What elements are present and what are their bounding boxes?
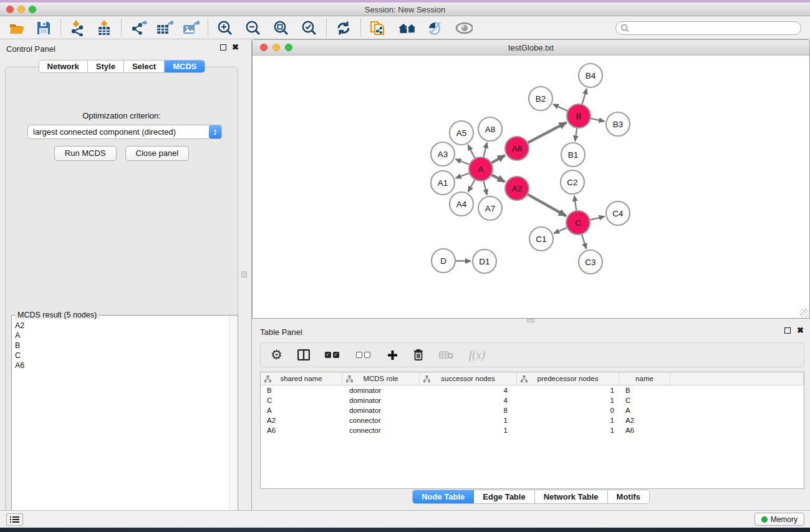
memory-button[interactable]: Memory bbox=[755, 513, 804, 526]
splitter-handle[interactable] bbox=[241, 271, 247, 278]
result-item[interactable]: C bbox=[15, 351, 238, 360]
column-header-successor-nodes[interactable]: successor nodes bbox=[420, 372, 517, 385]
close-panel-icon[interactable]: ✖ bbox=[232, 44, 239, 51]
vertical-splitter[interactable] bbox=[244, 39, 252, 510]
graph-node-B4[interactable]: B4 bbox=[579, 64, 602, 87]
zoom-fit-icon[interactable] bbox=[272, 19, 290, 37]
tab-mcds[interactable]: MCDS bbox=[165, 60, 205, 72]
tab-network-table[interactable]: Network Table bbox=[535, 490, 608, 503]
tab-select[interactable]: Select bbox=[124, 60, 165, 72]
search-field[interactable] bbox=[615, 21, 801, 35]
zoom-selected-icon[interactable] bbox=[301, 19, 318, 37]
result-item[interactable]: A bbox=[15, 331, 238, 341]
show-details-icon[interactable] bbox=[455, 19, 473, 37]
graph-edge-A-A7[interactable] bbox=[483, 180, 487, 195]
graph-node-D[interactable]: D bbox=[432, 249, 455, 273]
deselect-all-icon[interactable] bbox=[356, 347, 372, 363]
graph-edge-A-A4[interactable] bbox=[468, 178, 476, 192]
graph-edge-C-C2[interactable] bbox=[574, 196, 577, 212]
table-row[interactable]: Bdominator41B bbox=[261, 385, 804, 395]
export-image-icon[interactable] bbox=[182, 19, 200, 37]
tab-motifs[interactable]: Motifs bbox=[608, 490, 649, 503]
open-folder-icon[interactable] bbox=[9, 19, 26, 37]
result-scrollbar[interactable] bbox=[229, 316, 237, 525]
delete-icon[interactable] bbox=[413, 347, 424, 363]
graph-node-A1[interactable]: A1 bbox=[431, 171, 455, 195]
graph-node-C1[interactable]: C1 bbox=[529, 227, 553, 251]
export-table-icon[interactable] bbox=[156, 19, 173, 37]
graph-edge-B-B3[interactable] bbox=[589, 118, 605, 121]
table-row[interactable]: A2connector11A2 bbox=[261, 415, 804, 425]
tab-style[interactable]: Style bbox=[88, 60, 124, 72]
network-window-titlebar[interactable]: testGlobe.txt bbox=[253, 40, 809, 56]
graph-node-B1[interactable]: B1 bbox=[561, 143, 585, 167]
tab-network[interactable]: Network bbox=[39, 60, 88, 72]
close-panel-button[interactable]: Close panel bbox=[125, 146, 190, 161]
refresh-icon[interactable] bbox=[335, 19, 352, 37]
graph-edge-A6-B[interactable] bbox=[526, 122, 566, 143]
tab-edge-table[interactable]: Edge Table bbox=[474, 490, 534, 503]
network-canvas[interactable]: B4B2BB3A5A8A6B1A3AC2A1A2A4A7C4CC1C3DD1 bbox=[253, 56, 809, 318]
graph-node-B2[interactable]: B2 bbox=[529, 87, 552, 110]
graph-edge-A-A6[interactable] bbox=[490, 155, 505, 164]
result-item[interactable]: A2 bbox=[15, 321, 238, 331]
graph-node-A6[interactable]: A6 bbox=[505, 137, 529, 160]
network-graph[interactable]: B4B2BB3A5A8A6B1A3AC2A1A2A4A7C4CC1C3DD1 bbox=[253, 56, 809, 318]
criterion-dropdown[interactable]: largest connected component (directed) ▲… bbox=[27, 125, 222, 139]
network-view-window[interactable]: testGlobe.txt B4B2BB3A5A8A6B1A3AC2A1A2A4… bbox=[252, 39, 810, 319]
result-item[interactable]: B bbox=[15, 341, 238, 351]
import-network-icon[interactable] bbox=[69, 19, 87, 37]
function-builder-icon[interactable]: f(x) bbox=[469, 347, 485, 363]
zoom-in-icon[interactable] bbox=[216, 19, 234, 37]
graph-node-B3[interactable]: B3 bbox=[606, 112, 630, 136]
column-header-name[interactable]: name bbox=[619, 372, 670, 385]
graph-edge-A2-C[interactable] bbox=[526, 193, 566, 216]
export-network-icon[interactable] bbox=[130, 19, 147, 37]
result-item[interactable]: A6 bbox=[15, 360, 238, 370]
table-row[interactable]: Adominator80A bbox=[261, 405, 804, 415]
graph-node-A5[interactable]: A5 bbox=[450, 121, 473, 145]
home-icon[interactable] bbox=[398, 19, 415, 37]
graph-node-A8[interactable]: A8 bbox=[478, 117, 502, 141]
graph-edge-C-C4[interactable] bbox=[589, 216, 605, 220]
task-history-button[interactable] bbox=[6, 513, 23, 526]
graph-edge-B-B4[interactable] bbox=[582, 89, 587, 106]
close-panel-icon[interactable]: ✖ bbox=[797, 327, 804, 334]
hide-details-icon[interactable] bbox=[427, 19, 444, 37]
graph-node-C2[interactable]: C2 bbox=[561, 170, 584, 194]
graph-edge-C-C1[interactable] bbox=[554, 227, 568, 233]
add-column-icon[interactable] bbox=[387, 347, 398, 363]
float-panel-icon[interactable] bbox=[784, 327, 791, 334]
table-row[interactable]: Cdominator41C bbox=[261, 395, 804, 405]
graph-node-A3[interactable]: A3 bbox=[431, 142, 455, 166]
import-table-icon[interactable] bbox=[95, 19, 113, 37]
graph-edge-A-A8[interactable] bbox=[483, 142, 487, 158]
graph-node-A7[interactable]: A7 bbox=[478, 196, 502, 220]
clone-network-icon[interactable] bbox=[369, 19, 387, 37]
split-columns-icon[interactable] bbox=[297, 347, 310, 363]
graph-node-A4[interactable]: A4 bbox=[450, 192, 473, 216]
graph-edge-A-A2[interactable] bbox=[490, 174, 505, 182]
graph-node-B[interactable]: B bbox=[567, 104, 591, 128]
graph-node-A[interactable]: A bbox=[469, 157, 493, 181]
graph-node-C[interactable]: C bbox=[566, 211, 590, 235]
graph-edge-B-B1[interactable] bbox=[575, 127, 577, 141]
column-header-MCDS-role[interactable]: MCDS role bbox=[342, 372, 420, 385]
column-header-predecessor-nodes[interactable]: predecessor nodes bbox=[517, 372, 619, 385]
graph-node-C3[interactable]: C3 bbox=[579, 250, 602, 274]
graph-edge-A-A5[interactable] bbox=[468, 145, 476, 160]
select-all-icon[interactable] bbox=[325, 347, 341, 363]
zoom-out-icon[interactable] bbox=[244, 19, 262, 37]
table-row[interactable]: A6connector11A6 bbox=[261, 425, 804, 435]
graph-node-A2[interactable]: A2 bbox=[505, 177, 529, 200]
graph-node-C4[interactable]: C4 bbox=[606, 201, 630, 225]
gear-icon[interactable]: ⚙ bbox=[271, 347, 282, 363]
graph-edge-B-B2[interactable] bbox=[553, 104, 569, 112]
main-titlebar[interactable]: Session: New Session bbox=[0, 2, 810, 16]
delete-table-icon[interactable] bbox=[439, 347, 454, 363]
tab-node-table[interactable]: Node Table bbox=[413, 490, 474, 503]
column-header-shared-name[interactable]: shared name bbox=[261, 372, 342, 385]
save-icon[interactable] bbox=[35, 19, 52, 37]
graph-edge-A-A3[interactable] bbox=[455, 159, 471, 165]
resize-grip-icon[interactable] bbox=[800, 309, 809, 317]
